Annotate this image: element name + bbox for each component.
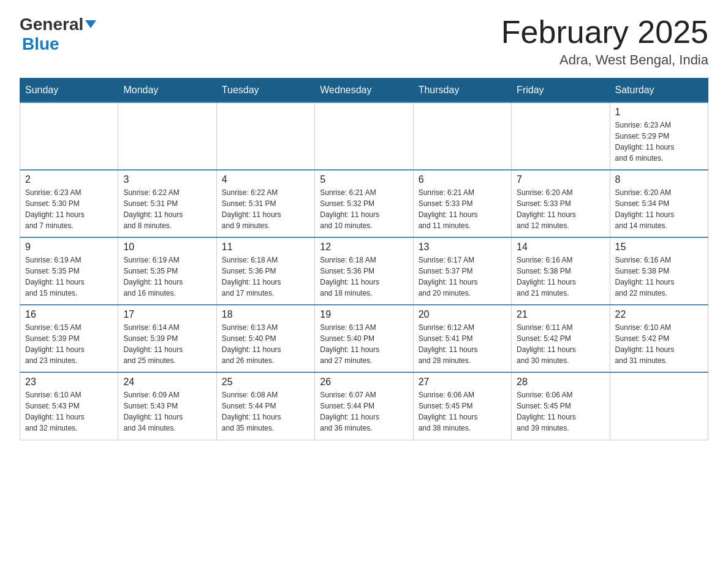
- calendar-cell: 4Sunrise: 6:22 AM Sunset: 5:31 PM Daylig…: [216, 170, 314, 237]
- day-number: 12: [320, 242, 408, 253]
- calendar-cell: 2Sunrise: 6:23 AM Sunset: 5:30 PM Daylig…: [20, 170, 118, 237]
- calendar-cell: 15Sunrise: 6:16 AM Sunset: 5:38 PM Dayli…: [610, 237, 708, 305]
- week-row-5: 23Sunrise: 6:10 AM Sunset: 5:43 PM Dayli…: [20, 372, 708, 440]
- day-info: Sunrise: 6:21 AM Sunset: 5:32 PM Dayligh…: [320, 187, 408, 231]
- day-number: 7: [517, 174, 604, 185]
- calendar-cell: [216, 102, 314, 170]
- day-info: Sunrise: 6:20 AM Sunset: 5:34 PM Dayligh…: [615, 187, 703, 231]
- day-info: Sunrise: 6:23 AM Sunset: 5:30 PM Dayligh…: [25, 187, 113, 231]
- day-number: 11: [222, 242, 309, 253]
- calendar-cell: [610, 372, 708, 440]
- day-number: 2: [25, 174, 113, 185]
- calendar-cell: 20Sunrise: 6:12 AM Sunset: 5:41 PM Dayli…: [413, 305, 511, 372]
- calendar-cell: 22Sunrise: 6:10 AM Sunset: 5:42 PM Dayli…: [610, 305, 708, 372]
- logo-general-text: General: [20, 15, 83, 34]
- calendar-cell: 6Sunrise: 6:21 AM Sunset: 5:33 PM Daylig…: [413, 170, 511, 237]
- title-block: February 2025 Adra, West Bengal, India: [501, 15, 708, 68]
- calendar-cell: 10Sunrise: 6:19 AM Sunset: 5:35 PM Dayli…: [118, 237, 216, 305]
- day-info: Sunrise: 6:09 AM Sunset: 5:43 PM Dayligh…: [123, 389, 211, 434]
- day-info: Sunrise: 6:10 AM Sunset: 5:43 PM Dayligh…: [25, 389, 113, 434]
- day-info: Sunrise: 6:10 AM Sunset: 5:42 PM Dayligh…: [615, 322, 703, 366]
- day-number: 1: [615, 107, 703, 118]
- weekday-header-tuesday: Tuesday: [216, 79, 314, 103]
- day-number: 28: [517, 377, 604, 388]
- week-row-3: 9Sunrise: 6:19 AM Sunset: 5:35 PM Daylig…: [20, 237, 708, 305]
- day-info: Sunrise: 6:06 AM Sunset: 5:45 PM Dayligh…: [517, 389, 604, 434]
- day-info: Sunrise: 6:22 AM Sunset: 5:31 PM Dayligh…: [123, 187, 211, 231]
- day-number: 3: [123, 174, 211, 185]
- weekday-header-sunday: Sunday: [20, 79, 118, 103]
- calendar-title: February 2025: [501, 15, 708, 50]
- day-number: 27: [419, 377, 506, 388]
- calendar-cell: 18Sunrise: 6:13 AM Sunset: 5:40 PM Dayli…: [216, 305, 314, 372]
- page-header: General Blue February 2025 Adra, West Be…: [20, 15, 708, 68]
- logo-arrow-icon: [85, 20, 96, 28]
- calendar-cell: 3Sunrise: 6:22 AM Sunset: 5:31 PM Daylig…: [118, 170, 216, 237]
- day-number: 18: [222, 309, 309, 320]
- day-info: Sunrise: 6:13 AM Sunset: 5:40 PM Dayligh…: [320, 322, 408, 366]
- calendar-cell: 23Sunrise: 6:10 AM Sunset: 5:43 PM Dayli…: [20, 372, 118, 440]
- day-number: 22: [615, 309, 703, 320]
- calendar-cell: 19Sunrise: 6:13 AM Sunset: 5:40 PM Dayli…: [315, 305, 413, 372]
- week-row-1: 1Sunrise: 6:23 AM Sunset: 5:29 PM Daylig…: [20, 102, 708, 170]
- day-number: 10: [123, 242, 211, 253]
- calendar-cell: 24Sunrise: 6:09 AM Sunset: 5:43 PM Dayli…: [118, 372, 216, 440]
- weekday-header-thursday: Thursday: [413, 79, 511, 103]
- day-number: 20: [419, 309, 506, 320]
- calendar-cell: 25Sunrise: 6:08 AM Sunset: 5:44 PM Dayli…: [216, 372, 314, 440]
- calendar-cell: 11Sunrise: 6:18 AM Sunset: 5:36 PM Dayli…: [216, 237, 314, 305]
- week-row-4: 16Sunrise: 6:15 AM Sunset: 5:39 PM Dayli…: [20, 305, 708, 372]
- calendar-cell: 5Sunrise: 6:21 AM Sunset: 5:32 PM Daylig…: [315, 170, 413, 237]
- calendar-cell: 26Sunrise: 6:07 AM Sunset: 5:44 PM Dayli…: [315, 372, 413, 440]
- weekday-header-wednesday: Wednesday: [315, 79, 413, 103]
- calendar-cell: 14Sunrise: 6:16 AM Sunset: 5:38 PM Dayli…: [512, 237, 610, 305]
- day-number: 23: [25, 377, 113, 388]
- calendar-cell: [118, 102, 216, 170]
- day-number: 19: [320, 309, 408, 320]
- calendar-cell: 13Sunrise: 6:17 AM Sunset: 5:37 PM Dayli…: [413, 237, 511, 305]
- calendar-cell: 21Sunrise: 6:11 AM Sunset: 5:42 PM Dayli…: [512, 305, 610, 372]
- calendar-cell: 8Sunrise: 6:20 AM Sunset: 5:34 PM Daylig…: [610, 170, 708, 237]
- day-number: 25: [222, 377, 309, 388]
- day-info: Sunrise: 6:23 AM Sunset: 5:29 PM Dayligh…: [615, 120, 703, 164]
- day-info: Sunrise: 6:08 AM Sunset: 5:44 PM Dayligh…: [222, 389, 309, 434]
- day-number: 4: [222, 174, 309, 185]
- calendar-cell: 17Sunrise: 6:14 AM Sunset: 5:39 PM Dayli…: [118, 305, 216, 372]
- day-info: Sunrise: 6:17 AM Sunset: 5:37 PM Dayligh…: [419, 255, 506, 299]
- day-number: 5: [320, 174, 408, 185]
- day-info: Sunrise: 6:12 AM Sunset: 5:41 PM Dayligh…: [419, 322, 506, 366]
- calendar-table: SundayMondayTuesdayWednesdayThursdayFrid…: [20, 78, 708, 440]
- day-info: Sunrise: 6:18 AM Sunset: 5:36 PM Dayligh…: [222, 255, 309, 299]
- day-info: Sunrise: 6:07 AM Sunset: 5:44 PM Dayligh…: [320, 389, 408, 434]
- day-number: 13: [419, 242, 506, 253]
- day-number: 9: [25, 242, 113, 253]
- day-info: Sunrise: 6:14 AM Sunset: 5:39 PM Dayligh…: [123, 322, 211, 366]
- day-number: 24: [123, 377, 211, 388]
- day-number: 6: [419, 174, 506, 185]
- calendar-subtitle: Adra, West Bengal, India: [501, 52, 708, 68]
- calendar-cell: [413, 102, 511, 170]
- day-info: Sunrise: 6:11 AM Sunset: 5:42 PM Dayligh…: [517, 322, 604, 366]
- calendar-cell: 7Sunrise: 6:20 AM Sunset: 5:33 PM Daylig…: [512, 170, 610, 237]
- day-number: 17: [123, 309, 211, 320]
- day-info: Sunrise: 6:18 AM Sunset: 5:36 PM Dayligh…: [320, 255, 408, 299]
- day-number: 15: [615, 242, 703, 253]
- day-number: 26: [320, 377, 408, 388]
- day-info: Sunrise: 6:21 AM Sunset: 5:33 PM Dayligh…: [419, 187, 506, 231]
- calendar-cell: 28Sunrise: 6:06 AM Sunset: 5:45 PM Dayli…: [512, 372, 610, 440]
- day-info: Sunrise: 6:15 AM Sunset: 5:39 PM Dayligh…: [25, 322, 113, 366]
- weekday-header-friday: Friday: [512, 79, 610, 103]
- day-info: Sunrise: 6:16 AM Sunset: 5:38 PM Dayligh…: [517, 255, 604, 299]
- calendar-cell: 12Sunrise: 6:18 AM Sunset: 5:36 PM Dayli…: [315, 237, 413, 305]
- day-info: Sunrise: 6:20 AM Sunset: 5:33 PM Dayligh…: [517, 187, 604, 231]
- day-info: Sunrise: 6:06 AM Sunset: 5:45 PM Dayligh…: [419, 389, 506, 434]
- day-number: 16: [25, 309, 113, 320]
- day-info: Sunrise: 6:19 AM Sunset: 5:35 PM Dayligh…: [25, 255, 113, 299]
- day-info: Sunrise: 6:13 AM Sunset: 5:40 PM Dayligh…: [222, 322, 309, 366]
- week-row-2: 2Sunrise: 6:23 AM Sunset: 5:30 PM Daylig…: [20, 170, 708, 237]
- weekday-header-monday: Monday: [118, 79, 216, 103]
- day-info: Sunrise: 6:19 AM Sunset: 5:35 PM Dayligh…: [123, 255, 211, 299]
- calendar-cell: 27Sunrise: 6:06 AM Sunset: 5:45 PM Dayli…: [413, 372, 511, 440]
- calendar-cell: 16Sunrise: 6:15 AM Sunset: 5:39 PM Dayli…: [20, 305, 118, 372]
- day-number: 21: [517, 309, 604, 320]
